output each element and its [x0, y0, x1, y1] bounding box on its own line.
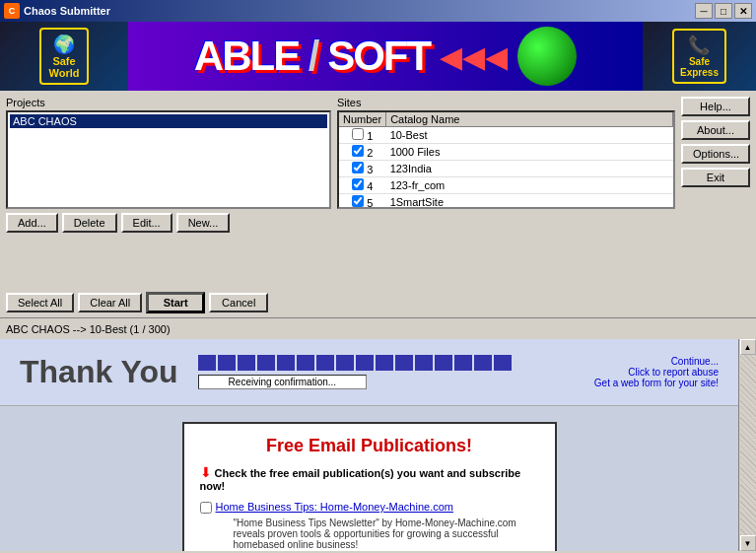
row-number-cell: 4: [339, 177, 386, 194]
safe-world-line2: World: [49, 67, 80, 79]
newsletter-link[interactable]: Home Business Tips: Home-Money-Machine.c…: [216, 501, 453, 513]
row-number-cell: 2: [339, 144, 386, 161]
safe-world-line1: Safe: [52, 55, 75, 67]
close-button[interactable]: ✕: [734, 3, 752, 19]
free-email-title: Free Email Publications!: [200, 436, 539, 456]
site-checkbox[interactable]: [352, 195, 364, 207]
progress-bar: [198, 355, 512, 371]
safe-world-logo: 🌍 Safe World: [0, 22, 128, 91]
title-bar: C Chaos Submitter ─ □ ✕: [0, 0, 756, 22]
web-scrollbar[interactable]: ▲ ▼: [738, 339, 756, 551]
newsletter-description: "Home Business Tips Newsletter" by Home-…: [234, 518, 539, 550]
scrollbar-track[interactable]: [740, 355, 756, 535]
progress-block: [415, 355, 433, 371]
progress-block: [474, 355, 492, 371]
table-row: 2 1000 Files: [339, 144, 673, 161]
free-email-checkbox-row: Home Business Tips: Home-Money-Machine.c…: [200, 500, 539, 550]
safe-express-line2: Express: [680, 67, 719, 78]
sites-panel: Sites Number Catalog Name 1 10-Best 2 10…: [337, 97, 675, 284]
sites-label: Sites: [337, 97, 675, 108]
free-email-intro: ⬇ Check the free email publication(s) yo…: [200, 464, 539, 492]
progress-block: [494, 355, 512, 371]
report-abuse-link[interactable]: Click to report abuse: [594, 367, 719, 378]
scroll-up-button[interactable]: ▲: [740, 339, 756, 355]
window-title: Chaos Submitter: [24, 5, 110, 17]
scroll-down-button[interactable]: ▼: [740, 535, 756, 551]
projects-panel: Projects ABC CHAOS Add... Delete Edit...…: [6, 97, 331, 284]
row-catalog-cell: 123India: [386, 161, 673, 177]
row-catalog-cell: 10-Best: [386, 127, 673, 144]
progress-block: [356, 355, 374, 371]
progress-block: [218, 355, 236, 371]
maximize-button[interactable]: □: [715, 3, 732, 19]
free-email-wrapper: Free Email Publications! ⬇ Check the fre…: [0, 406, 738, 551]
table-row: 3 123India: [339, 161, 673, 177]
table-row: 5 1SmartSite: [339, 194, 673, 210]
safe-express-logo: 📞 Safe Express: [643, 22, 756, 91]
progress-block: [435, 355, 452, 371]
projects-buttons: Add... Delete Edit... New...: [6, 213, 331, 233]
progress-block: [297, 355, 314, 371]
row-number-cell: 5: [339, 194, 386, 210]
globe-graphic: [517, 27, 577, 86]
new-button[interactable]: New...: [176, 213, 231, 233]
progress-status: Receiving confirmation...: [198, 375, 368, 389]
safe-express-line1: Safe: [689, 56, 710, 67]
email-newsletter-checkbox[interactable]: [200, 502, 212, 514]
exit-button[interactable]: Exit: [681, 168, 750, 187]
project-item[interactable]: ABC CHAOS: [10, 114, 327, 128]
main-area: Projects ABC CHAOS Add... Delete Edit...…: [0, 91, 756, 288]
edit-button[interactable]: Edit...: [121, 213, 172, 233]
action-buttons-row: Select All Clear All Start Cancel: [0, 288, 756, 317]
cancel-button[interactable]: Cancel: [209, 293, 268, 312]
sites-table: Number Catalog Name 1 10-Best 2 1000 Fil…: [339, 112, 673, 209]
row-catalog-cell: 123-fr_com: [386, 177, 673, 194]
options-button[interactable]: Options...: [681, 144, 750, 164]
progress-block: [257, 355, 275, 371]
table-row: 4 123-fr_com: [339, 177, 673, 194]
progress-block: [376, 355, 393, 371]
status-text: ABC CHAOS --> 10-Best (1 / 300): [6, 323, 171, 335]
app-icon: C: [4, 3, 20, 19]
row-number-cell: 1: [339, 127, 386, 144]
about-button[interactable]: About...: [681, 120, 750, 140]
start-button[interactable]: Start: [146, 292, 205, 313]
progress-block: [336, 355, 354, 371]
red-arrow-icon: ⬇: [200, 464, 212, 480]
select-all-button[interactable]: Select All: [6, 293, 74, 312]
minimize-button[interactable]: ─: [695, 3, 713, 19]
progress-block: [316, 355, 334, 371]
thankyou-header: Thank You Receiving confirmation... Cont…: [0, 339, 738, 406]
free-email-section: Free Email Publications! ⬇ Check the fre…: [182, 422, 557, 551]
thankyou-title: Thank You: [20, 354, 178, 390]
table-row: 1 10-Best: [339, 127, 673, 144]
help-button[interactable]: Help...: [681, 97, 750, 116]
row-catalog-cell: 1000 Files: [386, 144, 673, 161]
projects-list[interactable]: ABC CHAOS: [6, 110, 331, 209]
projects-label: Projects: [6, 97, 331, 108]
continue-links: Continue... Click to report abuse Get a …: [594, 356, 719, 388]
web-view-wrapper: Thank You Receiving confirmation... Cont…: [0, 339, 756, 551]
add-button[interactable]: Add...: [6, 213, 58, 233]
clear-all-button[interactable]: Clear All: [78, 293, 142, 312]
able-soft-text: ABLE / SOFT: [194, 33, 430, 80]
row-catalog-cell: 1SmartSite: [386, 194, 673, 210]
row-number-cell: 3: [339, 161, 386, 177]
progress-area: Receiving confirmation...: [198, 355, 512, 389]
col-catalog-name: Catalog Name: [386, 112, 673, 127]
progress-block: [198, 355, 216, 371]
progress-block: [454, 355, 472, 371]
status-bar: ABC CHAOS --> 10-Best (1 / 300): [0, 317, 756, 339]
site-checkbox[interactable]: [352, 145, 364, 157]
sites-table-container[interactable]: Number Catalog Name 1 10-Best 2 1000 Fil…: [337, 110, 675, 209]
right-buttons: Help... About... Options... Exit: [681, 97, 750, 284]
banner: 🌍 Safe World ABLE / SOFT ◀◀◀ 📞 Safe Expr…: [0, 22, 756, 91]
able-soft-banner: ABLE / SOFT ◀◀◀: [128, 22, 643, 91]
delete-button[interactable]: Delete: [62, 213, 117, 233]
continue-link[interactable]: Continue...: [594, 356, 719, 367]
get-web-form-link[interactable]: Get a web form for your site!: [594, 378, 719, 388]
site-checkbox[interactable]: [352, 128, 364, 140]
progress-block: [395, 355, 413, 371]
site-checkbox[interactable]: [352, 178, 364, 190]
site-checkbox[interactable]: [352, 162, 364, 173]
